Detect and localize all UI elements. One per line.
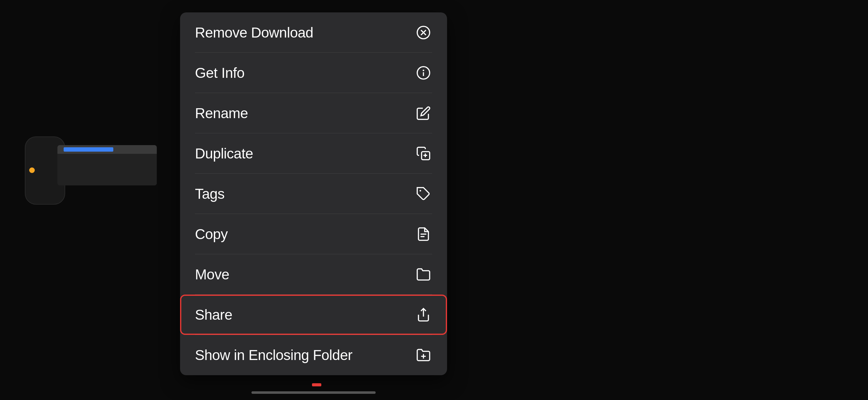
folder-move-icon xyxy=(415,266,432,283)
menu-item-share[interactable]: Share xyxy=(180,295,447,335)
share-icon xyxy=(415,306,432,324)
menu-item-rename[interactable]: Rename xyxy=(180,93,447,133)
info-circle-icon xyxy=(415,64,432,81)
tag-icon xyxy=(415,185,432,202)
menu-item-get-info[interactable]: Get Info xyxy=(180,53,447,93)
bottom-indicator xyxy=(312,383,321,386)
copy-icon xyxy=(415,226,432,243)
scrollbar-track[interactable] xyxy=(180,391,447,394)
thumbnail-blue-bar xyxy=(64,147,113,152)
thumbnail-content xyxy=(57,154,157,186)
pencil-icon xyxy=(415,104,432,122)
menu-item-show-in-enclosing-folder[interactable]: Show in Enclosing Folder xyxy=(180,335,447,375)
menu-item-move[interactable]: Move xyxy=(180,254,447,295)
device-dot xyxy=(29,167,35,173)
menu-item-duplicate[interactable]: Duplicate xyxy=(180,133,447,174)
thumbnail-titlebar xyxy=(57,145,157,154)
menu-item-tags[interactable]: Tags xyxy=(180,174,447,214)
x-circle-icon xyxy=(415,24,432,41)
menu-item-remove-download[interactable]: Remove Download xyxy=(180,12,447,53)
thumbnail-window xyxy=(57,145,157,186)
scrollbar-thumb xyxy=(251,391,376,394)
folder-enclosing-icon xyxy=(415,346,432,364)
context-menu: Remove Download Get Info Rename xyxy=(180,12,447,375)
menu-item-copy[interactable]: Copy xyxy=(180,214,447,254)
duplicate-icon xyxy=(415,145,432,162)
